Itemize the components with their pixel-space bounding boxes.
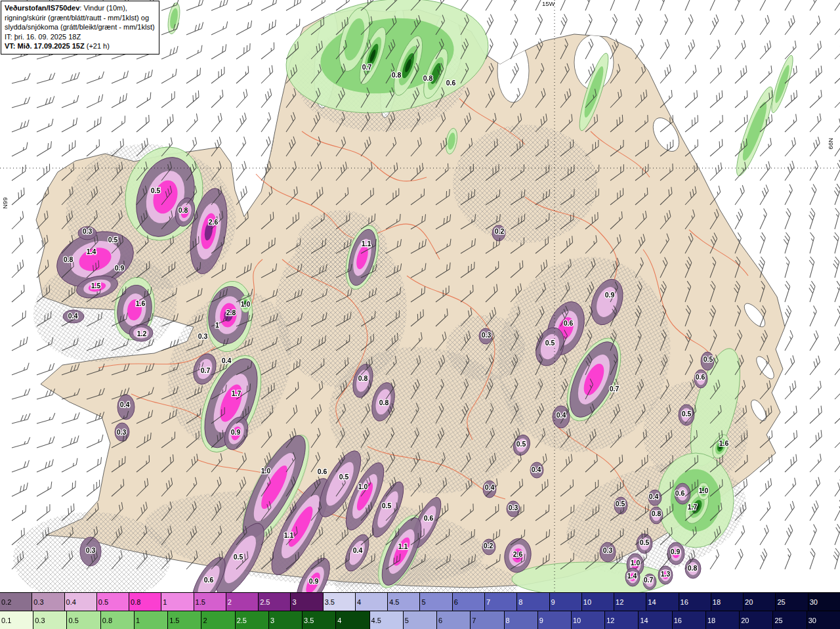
rain-scale-segment: 2 [226,593,258,611]
longitude-label: 15W [542,0,555,7]
snow-scale-value: 0.5 [68,617,78,624]
snow-scale-value: 12 [606,617,614,624]
rain-scale-value: 0.5 [98,598,108,606]
snow-scale-value: 0.8 [102,617,112,624]
precip-value-label: 0.9 [605,291,615,299]
precip-value-label: 0.8 [358,374,368,382]
rain-scale-segment: 30 [808,593,840,611]
precip-value-label: 0.9 [115,264,125,272]
snow-scale-value: 5 [405,617,409,624]
snow-scale-value: 16 [674,617,682,624]
rain-scale-segment: 16 [679,593,711,611]
rain-scale-segment: 4.5 [387,593,419,611]
precip-value-label: 0.5 [616,500,625,508]
rain-scale-value: 9 [551,598,555,606]
rain-scale-segment: 8 [516,593,549,611]
precip-value-label: 0.5 [516,440,526,448]
precip-value-label: 1.4 [627,572,637,580]
precip-value-label: 0.5 [108,236,118,244]
precip-value-label: 0.5 [682,410,692,418]
rain-scale-value: 5 [421,598,425,606]
precip-value-label: 0.7 [644,576,654,584]
snow-scale-value: 2.5 [237,617,247,624]
rain-scale-value: 30 [810,598,818,606]
precip-value-label: 2.8 [226,309,236,316]
rain-scale-segment: 10 [581,593,614,611]
precip-value-label: 0.9 [309,577,319,585]
rain-scale-segment: 25 [775,593,807,611]
precip-value-label: 1 [215,321,219,329]
precip-value-label: 0.4 [222,357,232,364]
snow-color-scale: 0.10.30.50.811.522.533.544.5567891012141… [0,611,840,629]
snow-scale-segment: 0.1 [0,611,33,629]
precip-value-label: 0.8 [64,255,74,263]
rain-scale-segment: 4 [355,593,387,611]
rain-scale-value: 12 [616,598,623,606]
precip-value-label: 0.4 [649,492,659,500]
precip-value-label: 1.1 [284,531,294,539]
snow-scale-value: 3 [270,617,274,624]
precip-value-label: 1.5 [91,282,101,290]
snow-scale-segment: 9 [537,611,571,629]
snow-scale-segment: 8 [504,611,537,629]
precip-value-label: 0.6 [318,467,327,475]
precip-value-label: 0.4 [532,466,541,473]
rain-scale-segment: 2.5 [258,593,290,611]
precip-value-label: 0.4 [68,312,78,320]
precip-value-label: 0.6 [204,576,214,584]
snow-scale-value: 14 [640,617,648,624]
precip-value-label: 0.3 [603,546,613,554]
rain-scale-segment: 20 [743,593,775,611]
rain-scale-value: 25 [777,598,785,606]
precip-value-label: 0.5 [704,355,713,363]
rain-scale-value: 7 [486,598,490,606]
snow-scale-segment: 5 [403,611,436,629]
precip-value-label: 0.4 [120,401,130,408]
rain-scale-value: 6 [454,598,458,606]
precip-value-label: 0.5 [640,538,650,546]
rain-scale-value: 2.5 [260,598,270,606]
precip-value-label: 1.1 [362,240,371,248]
snow-scale-segment: 1 [134,611,167,629]
precip-value-label: 0.8 [423,74,433,82]
precip-value-label: 1.7 [232,389,242,397]
precip-value-label: 0.5 [234,553,243,561]
snow-scale-segment: 0.5 [66,611,100,629]
rain-scale-segment: 3.5 [323,593,355,611]
rain-scale-value: 1 [163,598,167,606]
precip-value-label: 1.4 [87,248,96,255]
precip-value-label: 1.0 [699,487,709,494]
snow-scale-value: 0.1 [1,617,11,624]
precip-value-label: 0.5 [151,186,161,194]
rain-scale-segment: 0.5 [96,593,129,611]
weather-map-screen: 0.70.80.80.60.50.82.60.30.51.40.80.91.10… [0,0,840,629]
model-name: Veðurstofan/IS750dev [5,4,79,12]
precip-value-label: 0.8 [688,564,698,572]
snow-scale-segment: 10 [571,611,604,629]
rain-scale-segment: 0.2 [0,593,32,611]
snow-scale-segment: 3 [268,611,302,629]
precip-value-label: 0.3 [86,546,96,554]
rain-scale-value: 3 [292,598,296,606]
snow-scale-value: 4.5 [371,617,381,624]
snow-scale-value: 18 [707,617,715,624]
precip-value-label: 2.6 [209,218,219,226]
snow-scale-value: 10 [573,617,581,624]
precip-value-label: 0.6 [564,319,574,327]
forecast-info-box: Veðurstofan/IS750dev: Vindur (10m), rign… [1,1,159,54]
rain-scale-segment: 14 [646,593,678,611]
rain-scale-value: 2 [228,598,232,606]
snow-scale-value: 9 [539,617,543,624]
rain-scale-segment: 12 [614,593,646,611]
precip-value-label: 0.7 [610,385,620,393]
snow-scale-value: 25 [774,617,782,624]
precip-value-label: 1.6 [136,299,146,307]
precip-value-label: 1.0 [358,483,368,490]
precip-value-label: 0.4 [556,411,566,419]
snow-scale-value: 4 [337,617,341,624]
precip-value-label: 0.5 [545,339,555,347]
rain-scale-value: 1.5 [196,598,205,606]
snow-scale-value: 20 [741,617,749,624]
snow-scale-segment: 18 [705,611,739,629]
precip-value-label: 0.2 [484,542,494,550]
